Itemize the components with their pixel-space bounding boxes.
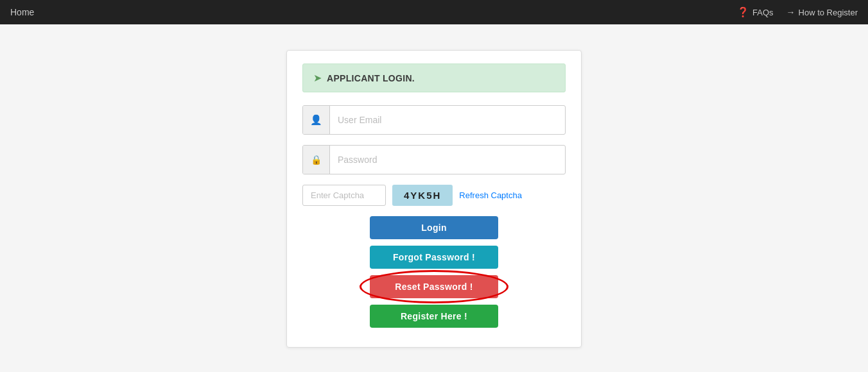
reset-password-wrapper: Reset Password ! — [370, 275, 498, 298]
captcha-row: 4YK5H Refresh Captcha — [302, 185, 566, 206]
captcha-code: 4YK5H — [392, 185, 453, 206]
login-arrow-icon: ➤ — [313, 72, 322, 84]
page-content: ➤ APPLICANT LOGIN. 4YK5H Refresh Captcha — [0, 24, 868, 372]
user-icon — [303, 106, 330, 134]
signin-icon: → — [786, 7, 795, 17]
navbar: Home ❓ FAQs → How to Register — [0, 0, 868, 24]
captcha-input[interactable] — [302, 185, 386, 206]
login-header: ➤ APPLICANT LOGIN. — [302, 63, 566, 92]
login-button[interactable]: Login — [370, 216, 498, 239]
home-link[interactable]: Home — [10, 7, 34, 17]
navbar-right: ❓ FAQs → How to Register — [737, 6, 858, 18]
password-input-row — [302, 145, 566, 174]
faqs-link[interactable]: ❓ FAQs — [737, 6, 774, 18]
login-header-text: APPLICANT LOGIN. — [327, 73, 415, 83]
email-input[interactable] — [330, 108, 565, 131]
password-input[interactable] — [330, 148, 565, 171]
email-input-row — [302, 105, 566, 135]
login-card: ➤ APPLICANT LOGIN. 4YK5H Refresh Captcha — [286, 50, 582, 348]
question-icon: ❓ — [737, 6, 749, 18]
reset-password-button[interactable]: Reset Password ! — [370, 275, 498, 298]
button-row: Login Forgot Password ! Reset Password !… — [302, 216, 566, 328]
forgot-password-button[interactable]: Forgot Password ! — [370, 246, 498, 269]
lock-icon — [303, 146, 330, 174]
how-to-register-link[interactable]: → How to Register — [786, 7, 858, 17]
register-button[interactable]: Register Here ! — [370, 305, 498, 328]
refresh-captcha-link[interactable]: Refresh Captcha — [459, 190, 522, 200]
